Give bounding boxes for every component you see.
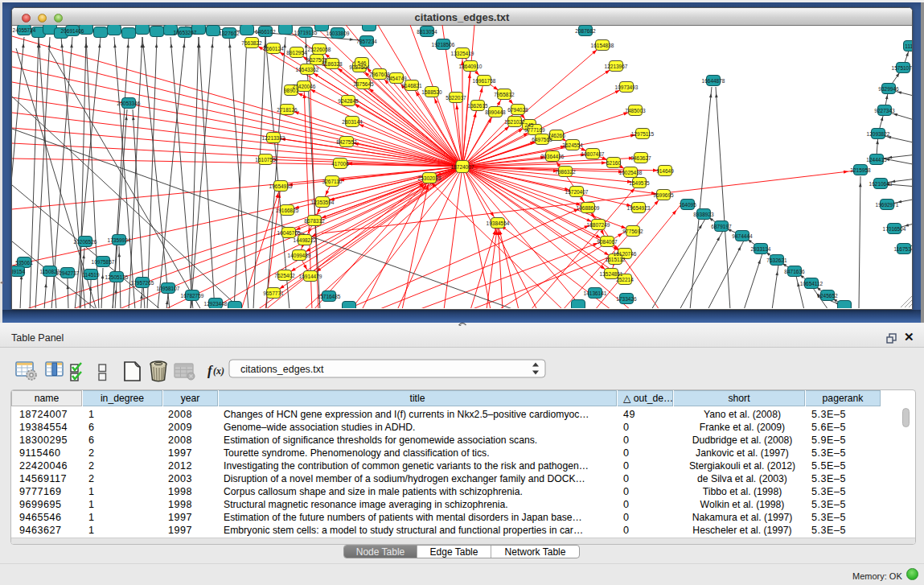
svg-text:23226058: 23226058 [308, 47, 331, 52]
svg-text:12975115: 12975115 [631, 131, 655, 137]
svg-text:12923448: 12923448 [204, 301, 228, 307]
svg-text:17016504: 17016504 [883, 226, 906, 232]
svg-text:9777169: 9777169 [524, 127, 545, 133]
svg-text:7625402: 7625402 [274, 273, 295, 278]
svg-text:3267110: 3267110 [322, 179, 343, 184]
svg-text:6879197: 6879197 [711, 224, 732, 229]
svg-text:15751074: 15751074 [892, 65, 912, 71]
svg-text:10975857: 10975857 [92, 259, 115, 265]
svg-text:546: 546 [358, 60, 367, 66]
svg-text:1549575: 1549575 [629, 180, 650, 186]
svg-text:17957265: 17957265 [131, 280, 154, 286]
svg-text:746266: 746266 [548, 133, 565, 138]
svg-text:16914479: 16914479 [299, 274, 322, 279]
svg-text:16782759: 16782759 [181, 293, 204, 299]
svg-text:10688609: 10688609 [577, 205, 600, 211]
svg-text:9242848: 9242848 [338, 98, 359, 104]
svg-text:7485003: 7485003 [625, 108, 646, 113]
svg-text:914649: 914649 [656, 168, 674, 174]
svg-text:8912954: 8912954 [286, 50, 307, 56]
svg-text:10653267: 10653267 [174, 30, 197, 35]
svg-text:20206526: 20206526 [74, 239, 97, 245]
svg-text:19654923: 19654923 [627, 205, 651, 211]
svg-text:1615112: 1615112 [606, 257, 626, 262]
svg-text:252214: 252214 [616, 277, 634, 282]
svg-text:8678312: 8678312 [304, 218, 325, 224]
svg-text:6466102: 6466102 [255, 29, 276, 35]
svg-text:5322037: 5322037 [446, 95, 466, 101]
svg-text:12942737: 12942737 [56, 270, 80, 276]
svg-text:9084067: 9084067 [597, 239, 618, 245]
svg-text:39154: 39154 [12, 269, 25, 274]
svg-text:3875645: 3875645 [353, 81, 374, 87]
svg-text:10046766: 10046766 [277, 230, 301, 236]
svg-text:1733426: 1733426 [616, 296, 637, 302]
svg-text:12505135: 12505135 [105, 274, 129, 280]
svg-text:18807249: 18807249 [587, 222, 610, 228]
svg-text:6794028: 6794028 [507, 107, 528, 113]
svg-text:24055724: 24055724 [13, 27, 36, 33]
svg-text:114519: 114519 [82, 272, 100, 278]
svg-text:1327602: 1327602 [219, 31, 240, 36]
svg-text:18640910: 18640910 [459, 64, 483, 69]
svg-text:20053346: 20053346 [117, 101, 141, 106]
svg-text:8660124: 8660124 [263, 46, 284, 51]
svg-text:10807487: 10807487 [581, 151, 605, 157]
svg-text:19692971: 19692971 [876, 202, 899, 208]
svg-text:14136141: 14136141 [584, 290, 607, 296]
svg-text:8938923: 8938923 [693, 212, 714, 217]
svg-text:8454749: 8454749 [386, 76, 407, 81]
svg-text:8186328: 8186328 [322, 61, 343, 67]
svg-text:16154838: 16154838 [591, 43, 614, 48]
svg-text:14498222: 14498222 [294, 237, 317, 243]
svg-text:1167534: 1167534 [894, 246, 912, 252]
svg-text:7663822: 7663822 [241, 40, 262, 46]
svg-text:10958107: 10958107 [157, 286, 180, 291]
svg-text:25302033: 25302033 [418, 175, 441, 181]
svg-text:18724007: 18724007 [451, 164, 474, 170]
svg-text:8471636: 8471636 [784, 269, 805, 274]
svg-text:1112: 1112 [905, 43, 912, 49]
svg-text:10025438: 10025438 [619, 170, 643, 175]
svg-text:2087682: 2087682 [575, 28, 596, 34]
svg-text:7857234: 7857234 [356, 39, 377, 44]
svg-text:13325419: 13325419 [451, 51, 474, 56]
svg-text:10719135: 10719135 [294, 30, 318, 35]
svg-text:9245652: 9245652 [817, 293, 838, 299]
svg-text:(x): (x) [213, 365, 224, 377]
svg-text:15720407: 15720407 [565, 189, 589, 195]
svg-text:7955812: 7955812 [494, 92, 515, 97]
svg-text:1244415: 1244415 [866, 157, 887, 163]
svg-text:9463627: 9463627 [630, 155, 651, 161]
svg-text:3215958: 3215958 [850, 167, 871, 173]
svg-text:8813054: 8813054 [417, 29, 437, 35]
svg-text:9474444: 9474444 [732, 233, 753, 239]
svg-text:8990448: 8990448 [485, 109, 506, 115]
svg-text:19218506: 19218506 [432, 42, 455, 47]
svg-text:10654112: 10654112 [800, 281, 823, 286]
svg-text:9146821: 9146821 [401, 83, 422, 89]
svg-text:16033809: 16033809 [326, 31, 350, 36]
svg-text:9699695: 9699695 [653, 192, 674, 198]
svg-text:17359934: 17359934 [108, 237, 131, 243]
svg-text:98901: 98901 [284, 88, 298, 93]
svg-text:8427552: 8427552 [336, 139, 357, 145]
svg-text:3624554: 3624554 [562, 142, 583, 148]
svg-text:12093822: 12093822 [867, 131, 890, 137]
svg-text:62160: 62160 [606, 160, 621, 166]
svg-text:1362615: 1362615 [467, 103, 488, 109]
svg-text:12213967: 12213967 [605, 64, 628, 69]
svg-text:9657771: 9657771 [263, 290, 284, 296]
svg-text:citations_edges.txt: citations_edges.txt [240, 364, 324, 375]
svg-text:2933114: 2933114 [751, 246, 771, 252]
svg-text:10973493: 10973493 [615, 84, 639, 90]
svg-text:7632621: 7632621 [766, 257, 787, 263]
svg-text:535061: 535061 [15, 260, 33, 266]
svg-text:1610755: 1610755 [255, 157, 276, 163]
svg-text:16120746: 16120746 [614, 251, 637, 257]
svg-text:14099489: 14099489 [288, 253, 311, 258]
svg-text:9227343: 9227343 [874, 108, 895, 113]
svg-text:417006: 417006 [331, 161, 349, 167]
svg-text:19384554: 19384554 [487, 220, 510, 226]
svg-text:9329946: 9329946 [878, 86, 899, 92]
